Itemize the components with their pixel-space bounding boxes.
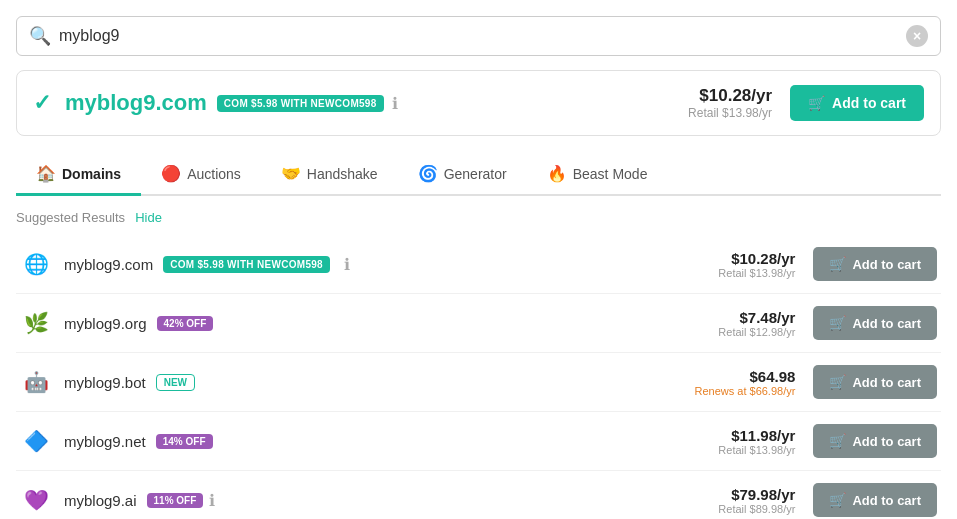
price-main: $11.98/yr [718, 427, 795, 444]
price-secondary: Retail $13.98/yr [718, 444, 795, 456]
tab-auctions[interactable]: 🔴 Auctions [141, 154, 261, 196]
price-main: $7.48/yr [718, 309, 795, 326]
suggested-header: Suggested Results Hide [16, 210, 941, 225]
domain-price: $7.48/yr Retail $12.98/yr [718, 309, 795, 338]
tabs: 🏠 Domains 🔴 Auctions 🤝 Handshake 🌀 Gener… [16, 154, 941, 196]
domain-price: $79.98/yr Retail $89.98/yr [718, 486, 795, 515]
featured-price-retail: Retail $13.98/yr [688, 106, 772, 120]
check-icon: ✓ [33, 90, 51, 116]
add-to-cart-label: Add to cart [852, 375, 921, 390]
info-icon[interactable]: ℹ [209, 491, 215, 510]
add-to-cart-button[interactable]: 🛒 Add to cart [813, 306, 937, 340]
cart-icon: 🛒 [829, 492, 846, 508]
hide-link[interactable]: Hide [135, 210, 162, 225]
price-secondary: Retail $89.98/yr [718, 503, 795, 515]
info-icon[interactable]: ℹ [344, 255, 350, 274]
tab-beast-mode[interactable]: 🔥 Beast Mode [527, 154, 668, 196]
cart-icon: 🛒 [829, 433, 846, 449]
tab-domains[interactable]: 🏠 Domains [16, 154, 141, 196]
tab-handshake[interactable]: 🤝 Handshake [261, 154, 398, 196]
domain-name: myblog9.bot [64, 374, 146, 391]
featured-promo-badge: COM $5.98 WITH NEWCOM598 [217, 95, 384, 112]
domain-row: 💜 myblog9.ai 11% OFFℹ $79.98/yr Retail $… [16, 471, 941, 519]
search-icon: 🔍 [29, 25, 51, 47]
add-to-cart-label: Add to cart [852, 434, 921, 449]
cart-icon: 🛒 [808, 95, 825, 111]
domain-globe-icon: 🤖 [20, 366, 52, 398]
featured-domain: myblog9.com [65, 90, 207, 116]
domain-name: myblog9.ai [64, 492, 137, 509]
discount-badge: 11% OFF [147, 493, 204, 508]
search-clear-button[interactable]: × [906, 25, 928, 47]
domain-row: 🌿 myblog9.org 42% OFF $7.48/yr Retail $1… [16, 294, 941, 353]
add-to-cart-label: Add to cart [852, 493, 921, 508]
domain-price: $11.98/yr Retail $13.98/yr [718, 427, 795, 456]
cart-icon: 🛒 [829, 315, 846, 331]
domain-name: myblog9.com [64, 256, 153, 273]
price-main: $64.98 [694, 368, 795, 385]
search-input[interactable] [59, 27, 906, 45]
domain-price: $64.98 Renews at $66.98/yr [694, 368, 795, 397]
add-to-cart-label: Add to cart [852, 316, 921, 331]
add-to-cart-button[interactable]: 🛒 Add to cart [813, 483, 937, 517]
beast-mode-icon: 🔥 [547, 164, 567, 183]
domain-globe-icon: 🌿 [20, 307, 52, 339]
auctions-icon: 🔴 [161, 164, 181, 183]
suggested-label: Suggested Results [16, 210, 125, 225]
handshake-icon: 🤝 [281, 164, 301, 183]
domain-row: 🌐 myblog9.com COM $5.98 WITH NEWCOM598ℹ … [16, 235, 941, 294]
domain-price: $10.28/yr Retail $13.98/yr [718, 250, 795, 279]
featured-price-main: $10.28/yr [688, 86, 772, 106]
discount-badge: 14% OFF [156, 434, 213, 449]
featured-add-to-cart-button[interactable]: 🛒 Add to cart [790, 85, 924, 121]
price-secondary: Retail $13.98/yr [718, 267, 795, 279]
generator-icon: 🌀 [418, 164, 438, 183]
price-secondary: Renews at $66.98/yr [694, 385, 795, 397]
discount-badge: 42% OFF [157, 316, 214, 331]
domains-icon: 🏠 [36, 164, 56, 183]
domain-row: 🤖 myblog9.bot NEW $64.98 Renews at $66.9… [16, 353, 941, 412]
price-main: $10.28/yr [718, 250, 795, 267]
cart-icon: 🛒 [829, 374, 846, 390]
domain-list: 🌐 myblog9.com COM $5.98 WITH NEWCOM598ℹ … [16, 235, 941, 519]
domain-name: myblog9.net [64, 433, 146, 450]
add-to-cart-label: Add to cart [852, 257, 921, 272]
domain-row: 🔷 myblog9.net 14% OFF $11.98/yr Retail $… [16, 412, 941, 471]
price-main: $79.98/yr [718, 486, 795, 503]
add-to-cart-button[interactable]: 🛒 Add to cart [813, 424, 937, 458]
domain-globe-icon: 🌐 [20, 248, 52, 280]
featured-result: ✓ myblog9.com COM $5.98 WITH NEWCOM598 ℹ… [16, 70, 941, 136]
info-icon[interactable]: ℹ [392, 94, 398, 113]
add-to-cart-button[interactable]: 🛒 Add to cart [813, 365, 937, 399]
domain-globe-icon: 🔷 [20, 425, 52, 457]
featured-price: $10.28/yr Retail $13.98/yr [688, 86, 772, 120]
domain-name: myblog9.org [64, 315, 147, 332]
cart-icon: 🛒 [829, 256, 846, 272]
new-badge: NEW [156, 374, 195, 391]
promo-badge: COM $5.98 WITH NEWCOM598 [163, 256, 330, 273]
add-to-cart-button[interactable]: 🛒 Add to cart [813, 247, 937, 281]
search-bar: 🔍 × [16, 16, 941, 56]
price-secondary: Retail $12.98/yr [718, 326, 795, 338]
tab-generator[interactable]: 🌀 Generator [398, 154, 527, 196]
domain-globe-icon: 💜 [20, 484, 52, 516]
